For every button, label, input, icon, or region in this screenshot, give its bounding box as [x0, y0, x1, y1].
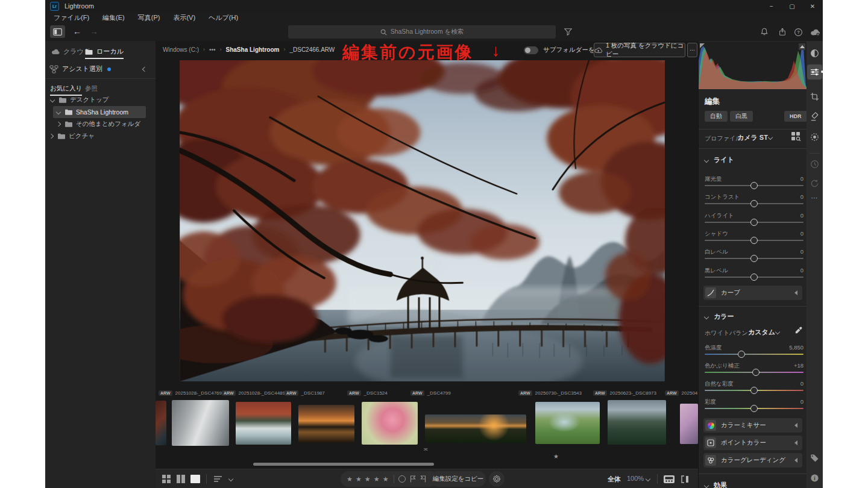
breadcrumb-ellipsis[interactable]: ••• [209, 46, 216, 53]
sort-chevron-icon[interactable] [228, 477, 233, 481]
thumbnail-autumn-stream[interactable] [236, 402, 291, 445]
rating-stars[interactable]: ★ ★ ★ ★ ★ [347, 475, 389, 483]
effects-section-header[interactable]: 効果 [705, 481, 727, 488]
sync-icon[interactable] [810, 178, 820, 189]
menu-file[interactable]: ファイル(F) [54, 13, 89, 22]
tree-item-other-folder[interactable]: その他まとめフォルダ [45, 118, 156, 130]
slider-thumb[interactable] [750, 274, 758, 281]
detail-view-icon[interactable] [189, 473, 201, 485]
breadcrumb-folder[interactable]: ShaSha Lightroom [226, 46, 280, 53]
zoom-chevron-icon[interactable] [646, 477, 650, 481]
tree-item-pictures[interactable]: ピクチャ [45, 130, 156, 142]
masking-icon[interactable] [810, 132, 820, 142]
highlight-clipping-icon[interactable] [799, 43, 805, 50]
slider-thumb[interactable] [750, 255, 758, 262]
presets-icon[interactable] [810, 48, 820, 58]
forward-arrow-icon[interactable]: → [90, 27, 98, 36]
filmstrip-toggle-icon[interactable] [663, 473, 675, 485]
back-arrow-icon[interactable]: ← [73, 27, 81, 36]
help-icon[interactable]: ? [793, 27, 804, 37]
profile-chevron-icon[interactable] [768, 135, 773, 140]
cloud-sync-icon[interactable]: ✕ [810, 27, 820, 37]
left-panel-toggle-icon[interactable] [50, 25, 65, 38]
profile-browse-icon[interactable] [791, 132, 801, 141]
crop-icon[interactable] [810, 92, 820, 102]
notifications-bell-icon[interactable] [759, 27, 770, 37]
thumbnail-partial[interactable] [156, 401, 166, 445]
edit-sliders-icon[interactable] [810, 67, 820, 77]
point-color-row[interactable]: ポイントカラー [703, 436, 802, 450]
settings-gear-button[interactable] [489, 471, 505, 487]
reject-flag-icon[interactable] [420, 475, 426, 483]
shadow-clipping-icon[interactable] [700, 43, 705, 48]
maximize-button[interactable]: ▢ [782, 0, 802, 12]
zoom-value[interactable]: 100% [627, 475, 644, 482]
more-options-button[interactable]: ⋯ [687, 43, 697, 57]
slider-thumb[interactable] [750, 219, 758, 226]
light-section-header[interactable]: ライト [705, 155, 734, 164]
slider-thumb[interactable] [750, 387, 758, 394]
more-tools-icon[interactable]: ⋯ [810, 193, 820, 203]
thumbnail-spider-lily[interactable] [362, 402, 418, 445]
keywords-tag-icon[interactable] [810, 453, 820, 463]
close-button[interactable]: ✕ [802, 0, 823, 12]
profile-value[interactable]: カメラ ST [737, 133, 768, 142]
versions-icon[interactable] [810, 159, 820, 169]
color-section-header[interactable]: カラー [705, 312, 734, 321]
wb-eyedropper-icon[interactable] [794, 326, 803, 335]
slider-thumb[interactable] [750, 237, 758, 244]
auto-button[interactable]: 自動 [705, 111, 728, 122]
bw-button[interactable]: 白黒 [730, 111, 753, 122]
copy-to-cloud-button[interactable]: 1 枚の写真 をクラウドにコピー [594, 43, 685, 57]
pick-flag-icon[interactable] [410, 475, 416, 483]
thumbnail-sunset-panorama[interactable] [425, 414, 526, 443]
thumbnail-misty-mountain[interactable] [172, 400, 229, 446]
color-mixer-row[interactable]: カラーミキサー [703, 418, 802, 433]
wb-chevron-icon[interactable] [775, 330, 780, 334]
minimize-button[interactable]: − [761, 0, 782, 12]
wb-value[interactable]: カスタム [748, 328, 775, 337]
assist-culling-item[interactable]: アシスト選別 [49, 64, 111, 74]
curve-row[interactable]: カーブ [703, 286, 802, 300]
thumbnail-sunset-water[interactable] [298, 405, 354, 443]
filter-icon[interactable] [562, 27, 573, 37]
menu-view[interactable]: 表示(V) [173, 13, 195, 22]
tree-item-shasha-lightroom[interactable]: ShaSha Lightroom [45, 106, 156, 118]
star-icon[interactable]: ★ [553, 453, 559, 460]
menu-help[interactable]: ヘルプ(H) [209, 13, 238, 22]
two-up-view-icon[interactable] [175, 473, 187, 485]
sidebar-collapse-icon[interactable] [142, 67, 147, 72]
thumbnail-blossom-partial[interactable] [680, 404, 698, 444]
zoom-mode[interactable]: 全体 [608, 475, 621, 484]
healing-icon[interactable] [810, 111, 820, 122]
slider-thumb[interactable] [738, 351, 745, 358]
thumbnail-green-lake[interactable] [535, 402, 600, 444]
tab-local[interactable]: ローカル [85, 47, 124, 56]
slider-thumb[interactable] [750, 182, 758, 189]
info-icon[interactable]: i [810, 473, 820, 483]
grid-view-icon[interactable] [160, 473, 172, 485]
menu-photo[interactable]: 写真(P) [138, 13, 160, 22]
color-grading-row[interactable]: カラーグレーディング [703, 453, 802, 468]
tree-item-desktop[interactable]: デスクトップ [45, 94, 156, 106]
sort-icon[interactable] [212, 473, 224, 485]
filmstrip-resize-handle-icon[interactable]: ≍ [423, 446, 428, 452]
hdr-button[interactable]: HDR [784, 111, 807, 122]
breadcrumb-file[interactable]: _DSC2466.ARW [289, 46, 335, 53]
slider-thumb[interactable] [750, 200, 758, 207]
slider-thumb[interactable] [752, 369, 760, 376]
breadcrumb-drive[interactable]: Windows (C:) [163, 46, 199, 53]
tab-favorites[interactable]: お気に入り [50, 84, 82, 93]
slider-thumb[interactable] [750, 405, 758, 412]
filmstrip-scrollbar[interactable] [253, 463, 434, 466]
include-subfolders-toggle[interactable] [524, 46, 538, 54]
copy-edit-settings-button[interactable]: 編集設定をコピー [430, 471, 486, 487]
histogram[interactable] [699, 42, 807, 89]
search-input[interactable]: ShaSha Lightroom を検索 [288, 25, 556, 39]
thumbnail-mountain-valley[interactable] [608, 400, 666, 445]
menu-edit[interactable]: 編集(E) [102, 13, 125, 22]
share-icon[interactable] [777, 27, 788, 37]
color-label-circle-icon[interactable] [398, 475, 406, 483]
compare-view-icon[interactable] [679, 473, 691, 485]
photo-canvas[interactable] [180, 60, 665, 381]
